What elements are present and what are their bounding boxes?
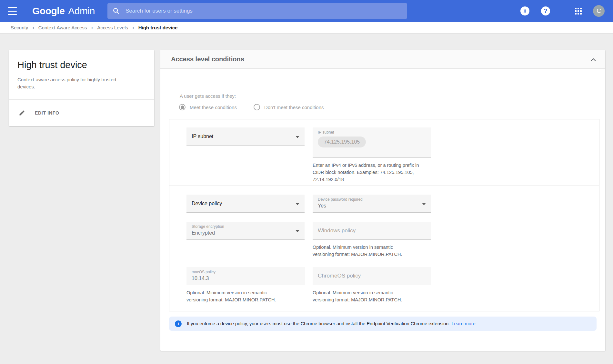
- ip-subnet-column: IP subnet 74.125.195.105 Enter an IPv4 o…: [313, 127, 431, 183]
- search-input[interactable]: [126, 8, 402, 14]
- radio-unselected-icon: [254, 104, 260, 110]
- device-policy-info-banner: i If you enforce a device policy, your u…: [169, 317, 597, 331]
- macos-policy-helper-text: Optional. Minimum version in semantic ve…: [186, 289, 277, 304]
- learn-more-link[interactable]: Learn more: [451, 321, 475, 326]
- edit-info-button[interactable]: EDIT INFO: [9, 100, 154, 126]
- logo-google-text: Google: [32, 5, 65, 16]
- device-password-label: Device password required: [318, 197, 431, 202]
- panel-title: Access level conditions: [171, 56, 244, 63]
- radio-dont-meet-conditions[interactable]: Don't meet these conditions: [254, 104, 324, 110]
- breadcrumb-access-levels[interactable]: Access Levels: [97, 25, 128, 30]
- radio-meet-label: Meet these conditions: [190, 105, 237, 110]
- access-level-description: Context-aware access policy for highly t…: [17, 76, 133, 90]
- device-password-value: Yes: [318, 203, 431, 209]
- condition-mode-radios: Meet these conditions Don't meet these c…: [179, 104, 605, 110]
- condition-type-dropdown-ip[interactable]: IP subnet: [186, 127, 305, 146]
- macos-policy-value: 10.14.3: [192, 276, 305, 281]
- edit-info-label: EDIT INFO: [35, 110, 59, 116]
- storage-encryption-dropdown[interactable]: Storage encryption Encrypted: [186, 222, 305, 240]
- pencil-icon: [19, 110, 25, 116]
- ip-subnet-helper-text: Enter an IPv4 or IPv6 address, or a rout…: [313, 162, 426, 183]
- chevron-right-icon: ›: [132, 25, 134, 31]
- macos-policy-cell: macOS policy 10.14.3 Optional. Minimum v…: [186, 267, 305, 304]
- macos-policy-label: macOS policy: [192, 270, 305, 274]
- panel-header: Access level conditions: [160, 50, 605, 69]
- hourglass-icon[interactable]: [520, 6, 529, 15]
- conditions-box: IP subnet IP subnet 74.125.195.105 Enter…: [169, 119, 599, 311]
- chevron-right-icon: ›: [32, 25, 34, 31]
- help-icon[interactable]: ?: [541, 6, 550, 15]
- dropdown-caret-icon: [296, 136, 299, 138]
- logo-admin-text: Admin: [68, 5, 95, 16]
- condition-type-value: Device policy: [192, 201, 222, 207]
- storage-encryption-value: Encrypted: [192, 230, 305, 236]
- google-admin-console: Google Admin ? C Security › Context-Awar…: [0, 0, 613, 364]
- chevron-right-icon: ›: [91, 25, 93, 31]
- chromeos-policy-helper-text: Optional. Minimum version in semantic ve…: [313, 289, 404, 304]
- dropdown-caret-icon: [296, 203, 299, 205]
- breadcrumb-security[interactable]: Security: [11, 25, 28, 30]
- radio-selected-icon: [179, 104, 186, 110]
- windows-policy-field: [313, 222, 431, 240]
- storage-encryption-label: Storage encryption: [192, 224, 305, 229]
- windows-policy-cell: Optional. Minimum version in semantic ve…: [313, 222, 431, 258]
- ip-subnet-section: IP subnet IP subnet 74.125.195.105 Enter…: [169, 119, 599, 186]
- chromeos-policy-cell: Optional. Minimum version in semantic ve…: [313, 267, 431, 304]
- macos-policy-field[interactable]: macOS policy 10.14.3: [186, 267, 305, 285]
- dropdown-caret-icon: [422, 203, 426, 205]
- access-level-info-card: High trust device Context-aware access p…: [9, 50, 154, 126]
- ip-subnet-chip[interactable]: 74.125.195.105: [318, 136, 366, 147]
- menu-icon[interactable]: [8, 7, 17, 15]
- search-bar[interactable]: [107, 3, 407, 19]
- account-avatar[interactable]: C: [593, 5, 605, 17]
- device-password-dropdown[interactable]: Device password required Yes: [313, 195, 431, 213]
- search-icon: [113, 7, 120, 15]
- device-policy-section: Device policy Device password required Y…: [169, 186, 599, 311]
- windows-policy-input[interactable]: [313, 228, 431, 234]
- breadcrumb: Security › Context-Aware Access › Access…: [0, 22, 613, 34]
- apps-grid-icon[interactable]: [575, 8, 582, 15]
- dropdown-caret-icon: [296, 230, 299, 232]
- banner-text: If you enforce a device policy, your use…: [187, 321, 450, 326]
- google-admin-logo: Google Admin: [32, 0, 95, 22]
- ip-subnet-field-label: IP subnet: [318, 130, 431, 135]
- top-bar: Google Admin ? C: [0, 0, 613, 22]
- chevron-up-icon: [591, 58, 596, 61]
- radio-meet-conditions[interactable]: Meet these conditions: [179, 104, 237, 110]
- ip-subnet-field[interactable]: IP subnet 74.125.195.105: [313, 127, 431, 158]
- breadcrumb-current: High trust device: [138, 25, 178, 30]
- access-level-conditions-panel: Access level conditions A user gets acce…: [160, 50, 605, 351]
- chromeos-policy-field: [313, 267, 431, 285]
- windows-policy-helper-text: Optional. Minimum version in semantic ve…: [313, 244, 404, 258]
- breadcrumb-context-aware-access[interactable]: Context-Aware Access: [38, 25, 87, 30]
- chromeos-policy-input[interactable]: [313, 273, 431, 279]
- info-icon: i: [175, 320, 182, 327]
- condition-type-dropdown-device[interactable]: Device policy: [186, 195, 305, 213]
- radio-dont-meet-label: Don't meet these conditions: [264, 105, 324, 110]
- access-level-title: High trust device: [17, 60, 146, 70]
- condition-type-value: IP subnet: [192, 134, 213, 139]
- collapse-panel-button[interactable]: [589, 56, 598, 64]
- access-question-label: A user gets access if they:: [180, 93, 605, 99]
